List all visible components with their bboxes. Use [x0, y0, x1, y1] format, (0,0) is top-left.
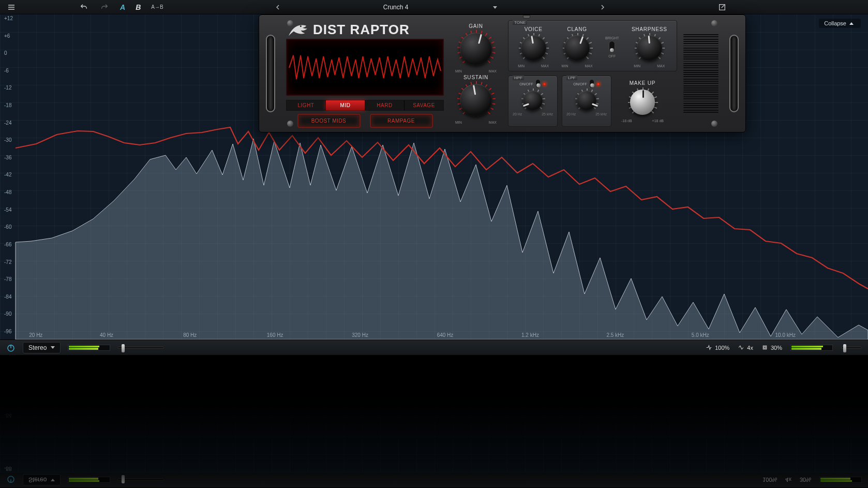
tone-title: TONE [513, 20, 527, 25]
input-meter [68, 345, 110, 351]
lpf-panel: LPF ON/OFF 20 Hz25 kHz [562, 76, 611, 127]
screw-icon [287, 20, 293, 26]
handle-left[interactable] [259, 15, 282, 132]
tone-panel: TONE VOICE MINMAX CLANG MINMAX BRIGHT [508, 20, 677, 71]
channel-mode-select[interactable]: Stereo [23, 342, 61, 353]
sharpness-knob[interactable] [634, 33, 664, 63]
compare-b-button[interactable]: B [136, 3, 141, 11]
hpf-panel: HPF ON/OFF 20 Hz25 kHz [508, 76, 558, 127]
hpf-knob[interactable] [521, 88, 545, 112]
rampage-button[interactable]: RAMPAGE [371, 115, 432, 127]
compare-a-button[interactable]: A [120, 3, 125, 11]
mode-savage-button[interactable]: SAVAGE [405, 100, 443, 110]
bottom-bar: Stereo 100% 4x 30% [0, 339, 868, 355]
preset-name-dropdown[interactable]: Crunch 4 [290, 3, 590, 12]
grip-icon [523, 15, 530, 19]
screw-icon [711, 121, 717, 127]
svg-rect-3 [763, 346, 767, 349]
hpf-led-icon [543, 82, 546, 86]
handle-right[interactable] [723, 15, 745, 132]
gain-label: GAIN [469, 23, 483, 29]
svg-point-1 [300, 25, 302, 27]
mode-mid-button[interactable]: MID [326, 100, 365, 110]
bright-toggle[interactable] [609, 41, 615, 53]
redo-button[interactable] [99, 2, 110, 12]
preset-name-label: Crunch 4 [383, 4, 409, 11]
cpu-readout[interactable]: 30% [761, 344, 782, 351]
collapse-button[interactable]: Collapse [819, 19, 861, 28]
sustain-label: SUSTAIN [463, 75, 488, 80]
next-preset-button[interactable] [597, 2, 608, 12]
reflection: Stereo 100% 4x 30% 20 Hz40 Hz80 Hz160 Hz… [0, 355, 868, 488]
oversample-icon [738, 344, 744, 351]
oversample-readout[interactable]: 4x [738, 344, 753, 351]
makeup-knob[interactable] [627, 87, 657, 117]
undo-button[interactable] [79, 2, 89, 12]
screw-icon [287, 121, 293, 127]
waveform-display [286, 39, 444, 96]
mix-readout[interactable]: 100% [706, 344, 729, 351]
input-fader[interactable] [117, 347, 164, 349]
mode-hard-button[interactable]: HARD [365, 100, 405, 110]
lpf-toggle[interactable] [589, 79, 594, 88]
vent-grille [683, 20, 719, 127]
voice-knob[interactable] [518, 33, 548, 63]
hpf-toggle[interactable] [535, 79, 541, 88]
clang-knob[interactable] [562, 33, 592, 63]
chevron-down-icon [493, 6, 497, 9]
expand-window-icon[interactable] [717, 2, 727, 12]
power-button[interactable] [6, 343, 16, 352]
svg-rect-4 [764, 347, 766, 348]
copy-ab-button[interactable]: A→B [151, 4, 163, 10]
lpf-led-icon [596, 82, 600, 86]
lpf-knob[interactable] [575, 88, 598, 112]
collapse-label: Collapse [824, 20, 846, 26]
output-fader[interactable] [841, 347, 862, 349]
screw-icon [711, 20, 717, 26]
makeup-panel: MAKE UP -18 dB+18 dB [616, 76, 669, 127]
menu-icon[interactable] [6, 2, 17, 12]
mix-icon [706, 344, 712, 351]
boost-mids-button[interactable]: BOOST MIDS [298, 115, 360, 127]
prev-preset-button[interactable] [273, 2, 283, 12]
plugin-panel: DIST RAPTOR LIGHTMIDHARDSAVAGE BOOST MID… [259, 14, 746, 132]
mode-light-button[interactable]: LIGHT [287, 100, 326, 110]
bright-label: BRIGHT [605, 36, 619, 40]
sustain-knob[interactable] [457, 81, 495, 120]
output-meter [790, 345, 833, 351]
cpu-icon [761, 344, 768, 351]
plugin-title: DIST RAPTOR [313, 22, 410, 38]
gain-knob[interactable] [457, 30, 495, 68]
